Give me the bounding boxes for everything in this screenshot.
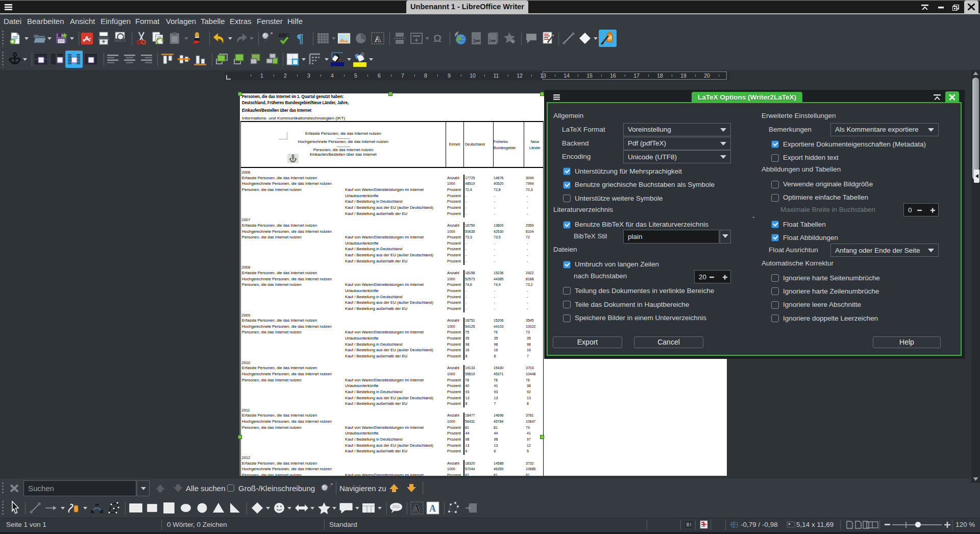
svg-text:A: A [413,503,420,514]
svg-text:A: A [429,503,436,514]
svg-text:¶: ¶ [297,32,304,45]
svg-text:Ω: Ω [433,33,442,44]
svg-text:i: i [489,38,491,44]
svg-text:A: A [375,34,381,44]
